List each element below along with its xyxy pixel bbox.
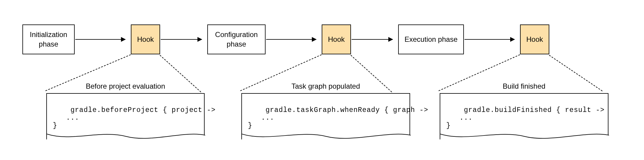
box-label: Hook [526,35,543,44]
code-text: gradle.buildFinished { result -> ... } [446,106,605,130]
box-exec-phase: Execution phase [398,24,464,54]
box-label: Initialization phase [28,30,69,49]
callout-title-1: Before project evaluation [46,82,205,90]
box-label: Configuration phase [213,30,260,49]
callout-title-text: Task graph populated [292,82,360,90]
arrow-5 [464,39,515,40]
arrow-2 [161,39,202,40]
wavy-border-icon [440,133,609,140]
code-text: gradle.taskGraph.whenReady { graph -> ..… [248,106,428,130]
wavy-border-icon [242,133,411,140]
code-text: gradle.beforeProject { project -> ... } [53,106,216,130]
lifecycle-diagram: Initialization phase Hook Configuration … [0,0,644,160]
callout-title-text: Build finished [503,82,545,90]
arrow-1 [75,39,125,40]
callout-title-2: Task graph populated [241,82,410,90]
box-init-phase: Initialization phase [22,24,75,54]
box-label: Hook [328,35,345,44]
box-hook-1: Hook [131,24,160,54]
callout-title-3: Build finished [440,82,608,90]
box-hook-2: Hook [322,24,351,54]
callout-title-text: Before project evaluation [86,82,165,90]
code-box-3: gradle.buildFinished { result -> ... } [440,93,608,139]
box-label: Hook [137,35,154,44]
code-box-1: gradle.beforeProject { project -> ... } [46,93,205,139]
wavy-border-icon [47,133,205,140]
box-hook-3: Hook [520,24,549,54]
box-config-phase: Configuration phase [207,24,266,54]
box-label: Execution phase [404,35,457,44]
arrow-4 [352,39,393,40]
arrow-3 [266,39,316,40]
code-box-2: gradle.taskGraph.whenReady { graph -> ..… [241,93,410,139]
